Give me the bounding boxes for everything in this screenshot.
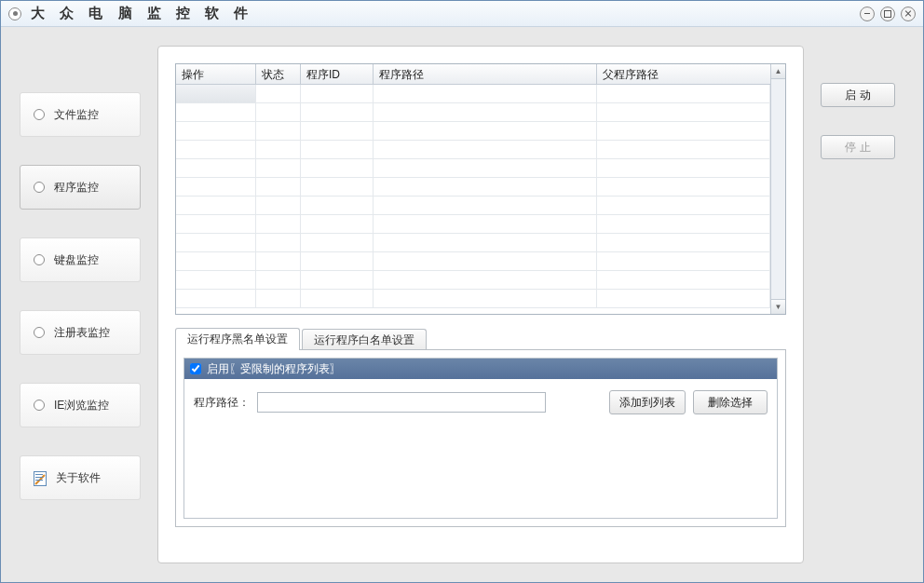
table-row[interactable] [176,252,770,271]
sidebar-item-label: IE浏览监控 [54,398,109,414]
sidebar-item-label: 文件监控 [54,107,99,123]
sidebar-item-file-monitor[interactable]: 文件监控 [20,92,141,137]
stop-button[interactable]: 停 止 [821,135,895,159]
main-panel: 操作 状态 程序ID 程序路径 父程序路径 [157,46,804,563]
table-row[interactable] [176,234,770,252]
client-area: 文件监控 程序监控 键盘监控 注册表监控 IE浏览监控 关于软件 [1,27,923,582]
table-row[interactable] [176,290,770,308]
table-row[interactable] [176,141,770,159]
table-row[interactable] [176,103,770,122]
table-row[interactable] [176,271,770,290]
blacklist-group: 启用〖受限制的程序列表〗 程序路径： 添加到列表 删除选择 [183,358,778,519]
tab-strip: 运行程序黑名单设置 运行程序白名单设置 [175,328,786,350]
sidebar-item-about[interactable]: 关于软件 [20,455,141,500]
radio-icon [34,109,45,120]
maximize-button[interactable] [880,7,895,21]
table-row[interactable] [176,159,770,178]
sidebar-item-label: 注册表监控 [54,325,110,341]
sidebar: 文件监控 程序监控 键盘监控 注册表监控 IE浏览监控 关于软件 [20,46,141,563]
group-header: 启用〖受限制的程序列表〗 [184,359,777,379]
sidebar-item-program-monitor[interactable]: 程序监控 [20,165,141,210]
table-row[interactable] [176,178,770,197]
col-parent-path[interactable]: 父程序路径 [597,64,785,84]
radio-icon [34,182,45,193]
app-window: 大 众 电 脑 监 控 软 件 文件监控 程序监控 键盘监控 注册表监控 [0,0,924,583]
scroll-up-icon[interactable]: ▲ [771,64,785,79]
table-row[interactable] [176,122,770,141]
sidebar-item-keyboard-monitor[interactable]: 键盘监控 [20,237,141,282]
action-column: 启 动 停 止 [821,46,904,563]
tab-whitelist[interactable]: 运行程序白名单设置 [302,329,427,349]
tab-blacklist[interactable]: 运行程序黑名单设置 [175,328,300,350]
col-operation[interactable]: 操作 [176,64,256,84]
sidebar-item-ie-monitor[interactable]: IE浏览监控 [20,383,141,427]
app-title: 大 众 电 脑 监 控 软 件 [31,5,253,22]
enable-blacklist-checkbox[interactable] [190,363,201,374]
col-pid[interactable]: 程序ID [301,64,374,84]
add-to-list-button[interactable]: 添加到列表 [609,390,686,414]
tab-content: 启用〖受限制的程序列表〗 程序路径： 添加到列表 删除选择 [175,350,786,527]
table-row[interactable] [176,85,770,103]
sidebar-item-label: 程序监控 [54,180,99,196]
close-button[interactable] [901,7,916,21]
settings-tabs: 运行程序黑名单设置 运行程序白名单设置 启用〖受限制的程序列表〗 程序路径： [175,328,786,527]
radio-icon [34,400,45,411]
sidebar-item-registry-monitor[interactable]: 注册表监控 [20,310,141,355]
program-path-input[interactable] [257,392,546,413]
table-row[interactable] [176,197,770,215]
remove-selected-button[interactable]: 删除选择 [693,390,768,414]
program-path-label: 程序路径： [194,395,250,411]
sidebar-item-label: 关于软件 [56,470,101,486]
titlebar: 大 众 电 脑 监 控 软 件 [1,1,923,27]
col-status[interactable]: 状态 [256,64,301,84]
start-button[interactable]: 启 动 [821,83,895,107]
col-path[interactable]: 程序路径 [374,64,597,84]
scroll-down-icon[interactable]: ▼ [771,299,785,314]
minimize-button[interactable] [860,7,875,21]
radio-icon [34,327,45,338]
radio-icon [34,254,45,265]
process-table: 操作 状态 程序ID 程序路径 父程序路径 [175,63,786,315]
app-icon [8,7,21,20]
table-row[interactable] [176,215,770,234]
sidebar-item-label: 键盘监控 [54,252,99,268]
vertical-scrollbar[interactable]: ▲ ▼ [770,64,785,314]
group-body: 程序路径： 添加到列表 删除选择 [184,379,777,426]
enable-blacklist-label: 启用〖受限制的程序列表〗 [207,361,341,377]
document-pencil-icon [34,471,47,484]
table-body [176,85,770,314]
table-header: 操作 状态 程序ID 程序路径 父程序路径 [176,64,785,85]
